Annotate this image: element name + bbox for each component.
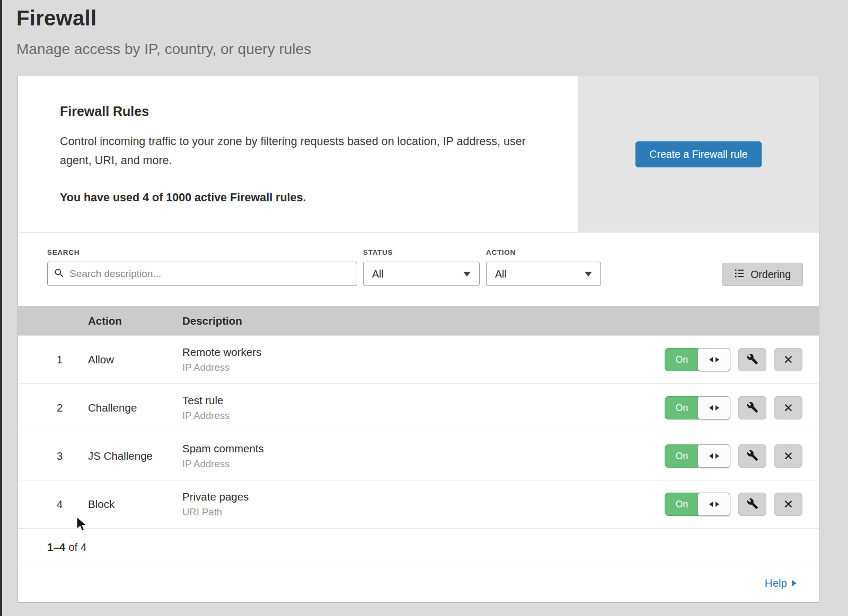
action-filter-group: ACTION All (486, 248, 601, 286)
create-rule-panel: Create a Firewall rule (578, 76, 819, 232)
rule-match-type: IP Address (182, 362, 639, 373)
rule-enabled-toggle[interactable]: On (665, 444, 730, 468)
rules-intro-section: Firewall Rules Control incoming traffic … (18, 76, 819, 232)
toggle-knob[interactable] (697, 396, 730, 419)
arrow-right-icon (792, 580, 797, 586)
edit-rule-button[interactable] (738, 444, 766, 468)
status-filter-group: STATUS All (363, 248, 480, 286)
rule-enabled-toggle[interactable]: On (665, 396, 730, 419)
status-select-value: All (372, 268, 384, 280)
wrench-icon (747, 450, 758, 463)
wrench-icon (747, 353, 758, 367)
rules-heading: Firewall Rules (60, 104, 535, 119)
mouse-cursor (75, 516, 89, 534)
ordered-list-icon (734, 268, 745, 281)
toggle-knob[interactable] (697, 493, 730, 516)
close-icon: ✕ (783, 402, 793, 414)
toggle-on-label: On (665, 396, 699, 419)
pagination-summary: 1–4of 4 (18, 528, 819, 566)
arrow-right-icon (716, 502, 719, 507)
rule-description: Private pages (182, 490, 639, 503)
delete-rule-button[interactable]: ✕ (774, 444, 802, 468)
close-icon: ✕ (783, 450, 793, 462)
ordering-label: Ordering (750, 269, 791, 281)
create-firewall-rule-button[interactable]: Create a Firewall rule (635, 141, 761, 167)
toggle-knob[interactable] (697, 444, 730, 468)
table-header-row: Action Description (18, 306, 819, 335)
status-select[interactable]: All (363, 262, 480, 286)
close-icon: ✕ (783, 354, 793, 366)
filter-bar: SEARCH STATUS All ACTION All (18, 232, 819, 306)
search-input-box (47, 262, 357, 286)
action-label: ACTION (486, 248, 601, 256)
toggle-knob[interactable] (697, 348, 730, 371)
search-icon (54, 268, 64, 280)
rule-description: Remote workers (182, 346, 639, 359)
firewall-card: Firewall Rules Control incoming traffic … (17, 76, 819, 603)
rule-description: Test rule (182, 394, 639, 407)
rule-description-cell: Test rule IP Address (182, 394, 639, 422)
rule-controls: On ✕ (639, 444, 819, 468)
search-label: SEARCH (47, 248, 357, 256)
action-select-value: All (495, 268, 507, 280)
pagination-range: 1–4 (47, 541, 65, 553)
delete-rule-button[interactable]: ✕ (774, 493, 802, 516)
search-filter-group: SEARCH (47, 248, 357, 286)
table-row: 4 Block Private pages URI Path On (18, 480, 819, 528)
rule-description-cell: Private pages URI Path (182, 490, 639, 518)
action-select[interactable]: All (486, 262, 601, 286)
arrow-left-icon (709, 502, 713, 507)
rules-table: Action Description 1 Allow Remote worker… (18, 306, 819, 566)
edit-rule-button[interactable] (738, 348, 766, 371)
table-row: 2 Challenge Test rule IP Address On (18, 383, 819, 432)
page-title: Firewall (16, 6, 848, 30)
rule-controls: On ✕ (639, 348, 819, 371)
arrow-left-icon (709, 357, 713, 362)
rule-description: Spam comments (182, 442, 639, 455)
help-link[interactable]: Help (765, 577, 797, 590)
wrench-icon (747, 401, 758, 415)
help-label: Help (765, 577, 787, 590)
card-footer: Help (18, 566, 819, 602)
rule-match-type: URI Path (182, 506, 639, 518)
arrow-left-icon (709, 405, 713, 410)
delete-rule-button[interactable]: ✕ (774, 348, 802, 371)
rules-description: Control incoming traffic to your zone by… (60, 132, 535, 170)
table-row: 3 JS Challenge Spam comments IP Address … (18, 432, 819, 480)
arrow-right-icon (716, 357, 719, 362)
rule-controls: On ✕ (639, 396, 819, 419)
rule-description-cell: Spam comments IP Address (182, 442, 639, 470)
status-label: STATUS (363, 248, 480, 256)
rule-action: Block (88, 498, 182, 511)
rule-enabled-toggle[interactable]: On (665, 493, 730, 516)
rules-intro-text: Firewall Rules Control incoming traffic … (18, 76, 578, 232)
chevron-down-icon (585, 272, 592, 276)
rule-action: JS Challenge (88, 450, 182, 462)
rule-match-type: IP Address (182, 410, 639, 422)
table-row: 1 Allow Remote workers IP Address On (18, 335, 819, 383)
rules-usage-count: You have used 4 of 1000 active Firewall … (60, 191, 535, 204)
rule-match-type: IP Address (182, 458, 639, 470)
edit-rule-button[interactable] (738, 493, 766, 516)
rule-controls: On ✕ (639, 493, 819, 516)
rule-action: Challenge (88, 401, 182, 414)
toggle-on-label: On (665, 493, 699, 516)
column-header-action: Action (88, 315, 182, 327)
rule-number: 4 (18, 498, 88, 511)
ordering-button[interactable]: Ordering (722, 263, 803, 286)
wrench-icon (747, 498, 758, 511)
edit-rule-button[interactable] (738, 396, 766, 419)
rule-number: 1 (18, 354, 88, 366)
search-input[interactable] (68, 267, 350, 280)
toggle-on-label: On (665, 444, 699, 468)
rule-description-cell: Remote workers IP Address (182, 346, 639, 373)
rule-enabled-toggle[interactable]: On (665, 348, 730, 371)
rule-action: Allow (88, 353, 182, 366)
close-icon: ✕ (783, 498, 793, 511)
pagination-total: of 4 (68, 541, 86, 553)
page-header: Firewall Manage access by IP, country, o… (0, 0, 848, 58)
chevron-down-icon (463, 272, 471, 276)
arrow-left-icon (709, 453, 713, 459)
toggle-on-label: On (665, 348, 699, 371)
delete-rule-button[interactable]: ✕ (774, 396, 802, 419)
